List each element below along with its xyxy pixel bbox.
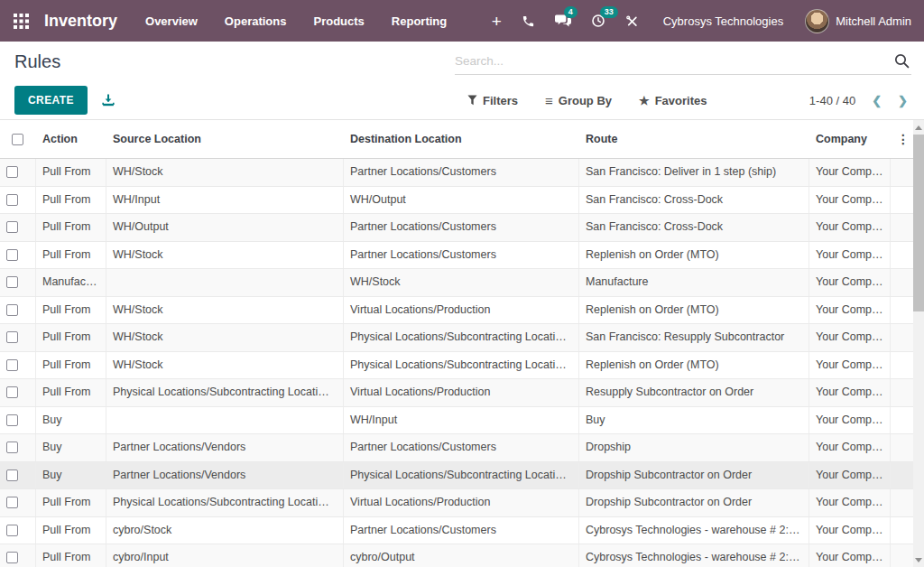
cell-action: Pull From	[36, 324, 106, 351]
row-checkbox[interactable]	[6, 221, 18, 233]
row-checkbox[interactable]	[6, 194, 18, 206]
menu-products[interactable]: Products	[300, 0, 377, 42]
row-checkbox[interactable]	[6, 276, 18, 288]
cell-options	[891, 352, 913, 379]
cell-action: Buy	[36, 434, 106, 461]
table-row[interactable]: Pull From Physical Locations/Subcontract…	[0, 489, 913, 517]
table-row[interactable]: Pull From cybro/Stock Partner Locations/…	[0, 517, 913, 545]
vertical-scrollbar[interactable]	[913, 120, 924, 567]
row-checkbox-cell	[0, 159, 36, 186]
search-button[interactable]	[887, 53, 911, 69]
cell-options	[891, 214, 913, 241]
cell-source: WH/Stock	[106, 297, 344, 324]
table-row[interactable]: Pull From WH/Stock Physical Locations/Su…	[0, 324, 913, 352]
search-options: Filters ≡ Group By ★ Favorites	[467, 93, 707, 108]
favorites-button[interactable]: ★ Favorites	[639, 94, 707, 107]
menu-reporting[interactable]: Reporting	[378, 0, 460, 42]
row-checkbox-cell	[0, 544, 36, 567]
create-button[interactable]: CREATE	[14, 86, 88, 115]
tools-button[interactable]	[615, 0, 649, 42]
table-body: Pull From WH/Stock Partner Locations/Cus…	[0, 159, 924, 567]
table-row[interactable]: Manufactu… WH/Stock Manufacture Your Com…	[0, 269, 913, 297]
table-row[interactable]: Pull From WH/Input WH/Output San Francis…	[0, 187, 913, 215]
row-checkbox[interactable]	[6, 359, 18, 371]
pager-next-button[interactable]: ❯	[898, 94, 908, 107]
cell-source: Physical Locations/Subcontracting Locati…	[106, 379, 344, 406]
row-checkbox[interactable]	[6, 166, 18, 178]
scroll-up-arrow-icon[interactable]	[915, 125, 922, 130]
cell-options	[891, 324, 913, 351]
row-checkbox-cell	[0, 407, 36, 434]
row-checkbox[interactable]	[6, 249, 18, 261]
menu-overview[interactable]: Overview	[132, 0, 211, 42]
cell-route: Resupply Subcontractor on Order	[579, 379, 809, 406]
row-checkbox[interactable]	[6, 497, 18, 508]
filters-button[interactable]: Filters	[467, 94, 518, 107]
groupby-button[interactable]: ≡ Group By	[545, 93, 612, 108]
cell-route: Dropship Subcontractor on Order	[579, 489, 809, 516]
phone-icon	[522, 14, 535, 28]
table-row[interactable]: Pull From WH/Stock Virtual Locations/Pro…	[0, 297, 913, 325]
user-menu[interactable]: Mitchell Admin	[836, 14, 911, 28]
row-checkbox[interactable]	[6, 469, 18, 481]
cell-route: Manufacture	[579, 269, 809, 296]
page-title: Rules	[14, 51, 60, 72]
cell-options	[891, 517, 913, 544]
voip-button[interactable]	[512, 0, 545, 42]
row-checkbox[interactable]	[6, 442, 18, 453]
cell-action: Pull From	[36, 489, 106, 516]
cell-action: Pull From	[36, 352, 106, 379]
row-checkbox[interactable]	[6, 331, 18, 343]
cell-action: Buy	[36, 407, 106, 434]
table-row[interactable]: Pull From WH/Stock Partner Locations/Cus…	[0, 159, 913, 187]
menu-operations[interactable]: Operations	[211, 0, 300, 42]
table-row[interactable]: Pull From cybro/Input cybro/Output Cybro…	[0, 544, 913, 567]
export-button[interactable]	[101, 93, 116, 107]
row-checkbox-cell	[0, 489, 36, 516]
col-header-company[interactable]: Company	[809, 133, 891, 145]
col-header-destination[interactable]: Destination Location	[344, 133, 579, 145]
pager-range: 1-40 / 40	[809, 94, 855, 107]
quick-create-button[interactable]: +	[482, 0, 512, 42]
cell-action: Pull From	[36, 187, 106, 214]
cell-company: Your Company	[809, 187, 891, 214]
table-row[interactable]: Pull From WH/Output Partner Locations/Cu…	[0, 214, 913, 242]
select-all-checkbox[interactable]	[12, 134, 23, 145]
row-checkbox[interactable]	[6, 525, 18, 536]
pager-previous-button[interactable]: ❮	[872, 94, 882, 107]
table-row[interactable]: Pull From WH/Stock Partner Locations/Cus…	[0, 242, 913, 270]
user-avatar[interactable]	[805, 9, 829, 33]
messages-button[interactable]: 4	[545, 0, 581, 42]
cell-source: WH/Stock	[106, 324, 344, 351]
apps-menu-button[interactable]	[0, 0, 41, 42]
cell-source	[106, 407, 344, 434]
col-header-route[interactable]: Route	[579, 133, 809, 145]
cell-action: Manufactu…	[36, 269, 106, 296]
row-checkbox[interactable]	[6, 386, 18, 398]
activities-button[interactable]: 33	[581, 0, 615, 42]
cell-destination: Partner Locations/Customers	[344, 242, 579, 269]
cell-options	[891, 242, 913, 269]
table-row[interactable]: Pull From Physical Locations/Subcontract…	[0, 379, 913, 407]
search-input[interactable]	[455, 54, 887, 68]
optional-columns-button[interactable]: ⋮	[891, 132, 913, 146]
company-switcher[interactable]: Cybrosys Technologies	[663, 14, 783, 28]
table-row[interactable]: Buy Partner Locations/Vendors Partner Lo…	[0, 434, 913, 462]
col-header-action[interactable]: Action	[36, 133, 106, 145]
col-header-source[interactable]: Source Location	[106, 133, 344, 145]
table-row[interactable]: Pull From WH/Stock Physical Locations/Su…	[0, 352, 913, 380]
pager: 1-40 / 40 ❮ ❯	[809, 94, 908, 107]
header-checkbox-cell	[0, 120, 36, 158]
cell-source: Partner Locations/Vendors	[106, 462, 344, 489]
cell-source: WH/Output	[106, 214, 344, 241]
row-checkbox[interactable]	[6, 414, 18, 426]
scrollbar-thumb[interactable]	[913, 135, 924, 311]
table-row[interactable]: Buy Partner Locations/Vendors Physical L…	[0, 462, 913, 490]
row-checkbox[interactable]	[6, 304, 18, 316]
filters-label: Filters	[483, 94, 518, 107]
app-name[interactable]: Inventory	[44, 12, 117, 31]
scroll-down-arrow-icon[interactable]	[915, 558, 922, 562]
table-row[interactable]: Buy WH/Input Buy Your Company	[0, 407, 913, 435]
row-checkbox[interactable]	[6, 552, 18, 563]
cell-options	[891, 489, 913, 516]
